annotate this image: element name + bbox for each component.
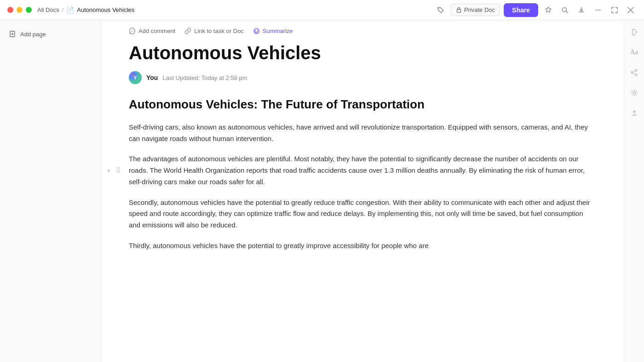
svg-rect-1 (457, 10, 460, 13)
link-to-task-label: Link to task or Doc (194, 28, 244, 34)
doc-icon: 📄 (66, 6, 74, 14)
add-page-label: Add page (20, 31, 46, 38)
settings-sidebar-icon[interactable] (628, 86, 641, 99)
private-doc-badge[interactable]: Private Doc (451, 4, 500, 16)
private-doc-label: Private Doc (464, 6, 495, 13)
title-bar-right: Private Doc Share (434, 3, 637, 17)
summarize-label: Summarize (263, 28, 293, 34)
share-button[interactable]: Share (504, 3, 538, 17)
export-icon-button[interactable] (575, 4, 588, 17)
avatar: Y (129, 71, 142, 84)
svg-point-12 (257, 30, 258, 31)
left-sidebar: Add page (0, 20, 101, 362)
svg-point-23 (631, 72, 633, 74)
close-button[interactable] (7, 7, 13, 13)
svg-point-22 (635, 74, 637, 76)
maximize-button[interactable] (26, 7, 32, 13)
doc-title[interactable]: Autonomous Vehicles (129, 42, 596, 64)
breadcrumb: All Docs / 📄 Autonomous Vehicles (37, 6, 134, 14)
star-icon-button[interactable] (542, 4, 555, 17)
more-icon-button[interactable] (592, 4, 604, 17)
add-page-button[interactable]: Add page (6, 28, 50, 40)
svg-point-16 (119, 168, 120, 169)
svg-point-8 (132, 31, 133, 32)
toolbar-row: Add comment Link to task or Doc Summariz… (129, 20, 596, 38)
breadcrumb-all-docs[interactable]: All Docs (37, 6, 59, 13)
doc-heading[interactable]: Autonomous Vehicles: The Future of Trans… (129, 97, 596, 113)
svg-point-15 (117, 168, 118, 169)
minimize-button[interactable] (17, 7, 23, 13)
block-paragraph-4: Thirdly, autonomous vehicles have the po… (129, 240, 596, 252)
add-comment-action[interactable]: Add comment (129, 28, 175, 34)
svg-point-7 (131, 31, 132, 32)
breadcrumb-current: Autonomous Vehicles (77, 6, 134, 13)
tag-icon-button[interactable] (434, 4, 447, 17)
svg-point-9 (133, 31, 134, 32)
close-icon-button[interactable] (625, 4, 637, 16)
block-paragraph-3: Secondly, autonomous vehicles have the p… (129, 197, 596, 231)
svg-point-10 (254, 28, 259, 34)
svg-point-11 (255, 30, 256, 31)
svg-point-21 (635, 69, 637, 71)
svg-point-4 (598, 9, 599, 11)
block-paragraph-1: Self-driving cars, also known as autonom… (129, 122, 596, 145)
svg-point-3 (596, 9, 597, 11)
drag-block-button[interactable] (114, 166, 122, 175)
main-layout: Add page Add comment Lin (0, 20, 644, 362)
svg-point-18 (119, 170, 120, 170)
svg-text:Y: Y (133, 75, 137, 80)
font-size-icon[interactable]: Aa (627, 46, 641, 59)
last-updated: Last Updated: Today at 2:58 pm (162, 74, 247, 81)
add-comment-label: Add comment (138, 28, 175, 34)
svg-point-17 (117, 170, 118, 170)
search-icon-button[interactable] (558, 4, 571, 17)
block-controls: + (105, 166, 122, 175)
svg-point-19 (117, 172, 118, 173)
link-to-task-action[interactable]: Link to task or Doc (184, 28, 244, 34)
paragraph-1[interactable]: Self-driving cars, also known as autonom… (129, 122, 596, 145)
content-area: Add comment Link to task or Doc Summariz… (101, 20, 624, 362)
summarize-action[interactable]: Summarize (253, 28, 293, 34)
paragraph-2[interactable]: The advantages of autonomous vehicles ar… (129, 153, 596, 187)
title-bar-left: All Docs / 📄 Autonomous Vehicles (7, 6, 134, 14)
svg-point-0 (438, 8, 439, 9)
title-bar: All Docs / 📄 Autonomous Vehicles Private… (0, 0, 644, 20)
author-row: Y You Last Updated: Today at 2:58 pm (129, 71, 596, 84)
right-sidebar: Aa (624, 20, 644, 362)
block-paragraph-2: + The advantages of autonomous vehicles … (129, 153, 596, 187)
svg-point-5 (599, 9, 601, 11)
svg-point-20 (119, 172, 120, 173)
paragraph-4[interactable]: Thirdly, autonomous vehicles have the po… (129, 240, 596, 252)
add-block-button[interactable]: + (105, 166, 112, 175)
upload-sidebar-icon[interactable] (628, 107, 641, 119)
collapse-panel-icon[interactable] (628, 26, 641, 39)
share-sidebar-icon[interactable] (628, 66, 641, 79)
expand-icon-button[interactable] (608, 4, 621, 17)
author-name: You (146, 74, 158, 81)
svg-point-24 (633, 92, 635, 94)
breadcrumb-separator: / (62, 6, 64, 13)
traffic-lights (7, 7, 32, 13)
paragraph-3[interactable]: Secondly, autonomous vehicles have the p… (129, 197, 596, 231)
